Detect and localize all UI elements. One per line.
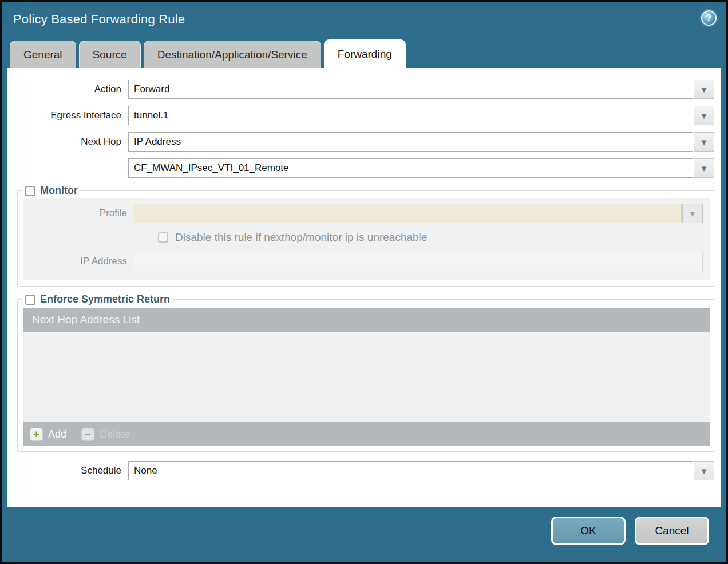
next-hop-row: Next Hop IP Address ▼ [7,132,714,152]
egress-interface-row: Egress Interface tunnel.1 ▼ [7,106,714,125]
monitor-ip-address-row: IP Address [23,252,703,271]
enforce-symmetric-return-legend-label: Enforce Symmetric Return [40,293,170,305]
cancel-button[interactable]: Cancel [635,517,709,545]
tab-destination-application-service[interactable]: Destination/Application/Service [144,41,321,68]
egress-interface-dropdown-button[interactable]: ▼ [694,106,714,125]
next-hop-address-select[interactable]: CF_MWAN_IPsec_VTI_01_Remote [128,158,693,178]
chevron-down-icon: ▼ [700,112,709,120]
profile-label: Profile [23,208,134,219]
egress-interface-select[interactable]: tunnel.1 [128,106,693,125]
next-hop-address-list-header: Next Hop Address List [23,308,710,332]
profile-dropdown-button: ▼ [682,204,703,223]
monitor-group: Monitor Profile ▼ Disable this rule if n… [17,185,715,287]
profile-row: Profile ▼ [23,204,703,223]
forwarding-tab-panel: Action Forward ▼ Egress Interface tunnel… [7,68,721,507]
enforce-symmetric-return-group: Enforce Symmetric Return Next Hop Addres… [17,293,715,452]
ok-button[interactable]: OK [551,517,626,545]
next-hop-select[interactable]: IP Address [128,132,693,152]
monitor-legend: Monitor [22,185,81,197]
tab-source[interactable]: Source [79,41,141,68]
next-hop-address-list-toolbar: + Add − Delete [23,422,710,446]
monitor-checkbox[interactable] [25,186,35,196]
tab-forwarding[interactable]: Forwarding [324,39,406,68]
disable-rule-row: Disable this rule if nexthop/monitor ip … [158,231,710,244]
next-hop-address-list-table: Next Hop Address List + Add − Delete [23,308,710,446]
schedule-label: Schedule [7,465,128,476]
delete-button-label: Delete [100,428,129,440]
add-button[interactable]: + Add [30,428,66,441]
action-select[interactable]: Forward [128,80,693,99]
next-hop-address-dropdown-button[interactable]: ▼ [694,158,714,178]
next-hop-address-list-header-label: Next Hop Address List [32,313,140,326]
add-button-label: Add [48,428,66,440]
policy-based-forwarding-rule-dialog: Policy Based Forwarding Rule ? General S… [0,0,728,564]
egress-interface-label: Egress Interface [7,110,128,121]
chevron-down-icon: ▼ [700,85,709,94]
chevron-down-icon: ▼ [689,209,697,218]
disable-rule-label: Disable this rule if nexthop/monitor ip … [175,231,427,244]
next-hop-address-list-body[interactable] [23,332,710,422]
tab-general[interactable]: General [10,41,76,68]
monitor-ip-address-label: IP Address [23,256,134,267]
help-icon[interactable]: ? [701,10,717,26]
tab-bar: General Source Destination/Application/S… [2,39,726,68]
disable-rule-checkbox [158,232,168,243]
profile-select [134,204,682,223]
chevron-down-icon: ▼ [700,467,709,475]
dialog-title: Policy Based Forwarding Rule [13,12,185,27]
action-label: Action [7,84,128,95]
schedule-row: Schedule None ▼ [7,461,714,480]
next-hop-address-row: CF_MWAN_IPsec_VTI_01_Remote ▼ [7,158,714,178]
monitor-legend-label: Monitor [40,185,78,197]
enforce-symmetric-return-legend: Enforce Symmetric Return [22,293,173,305]
action-dropdown-button[interactable]: ▼ [694,80,714,99]
delete-icon: − [81,428,94,441]
add-icon: + [30,428,43,441]
monitor-panel: Profile ▼ Disable this rule if nexthop/m… [23,198,710,280]
action-row: Action Forward ▼ [7,80,714,99]
dialog-titlebar: Policy Based Forwarding Rule ? [2,2,726,39]
dialog-footer: OK Cancel [2,507,726,562]
next-hop-label: Next Hop [7,136,128,148]
delete-button: − Delete [81,428,129,441]
chevron-down-icon: ▼ [700,138,709,146]
next-hop-dropdown-button[interactable]: ▼ [694,132,714,152]
monitor-ip-address-input [134,252,703,271]
chevron-down-icon: ▼ [700,164,709,173]
schedule-dropdown-button[interactable]: ▼ [694,461,714,480]
schedule-select[interactable]: None [128,461,693,480]
enforce-symmetric-return-checkbox[interactable] [25,295,35,305]
